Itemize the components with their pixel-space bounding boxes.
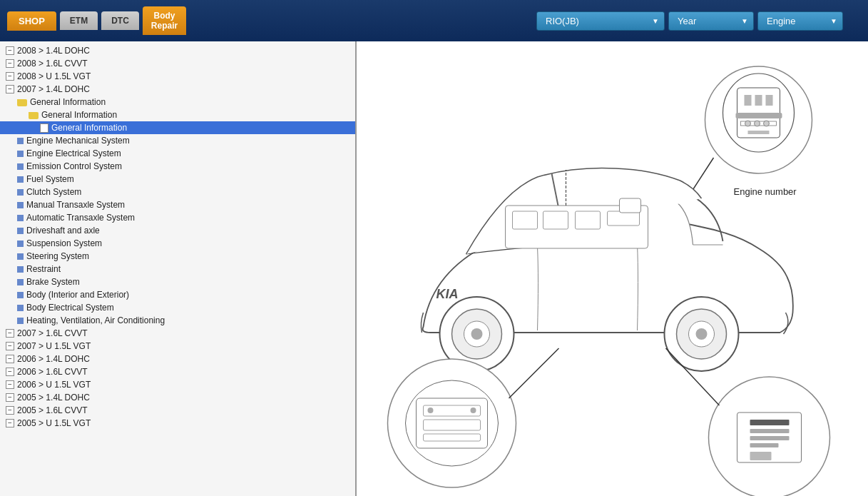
tree-item[interactable]: Manual Transaxle System: [0, 198, 355, 211]
tree-item[interactable]: Restraint: [0, 263, 355, 275]
tree-item-label: 2006 > U 1.5L VGT: [17, 380, 91, 390]
collapse-icon[interactable]: −: [6, 380, 14, 389]
tree-item-label: 2008 > 1.6L CVVT: [17, 59, 88, 69]
tree-item[interactable]: Heating, Ventilation, Air Conditioning: [0, 314, 355, 327]
tree-item-label: 2008 > 1.4L DOHC: [17, 46, 90, 56]
tree-item[interactable]: −2005 > U 1.5L VGT: [0, 417, 355, 430]
svg-point-11: [764, 121, 770, 126]
tree-item[interactable]: Brake System: [0, 275, 355, 288]
engine-number-label: Engine number: [734, 186, 797, 197]
collapse-icon[interactable]: −: [6, 72, 14, 81]
tree-item-label: Body (Interior and Exterior): [26, 290, 129, 300]
year-dropdown[interactable]: Year: [668, 11, 754, 31]
tree-item-label: 2007 > 1.4L DOHC: [17, 84, 90, 94]
item-icon: [17, 215, 24, 221]
left-panel[interactable]: −2008 > 1.4L DOHC−2008 > 1.6L CVVT−2008 …: [0, 41, 357, 496]
svg-rect-31: [620, 198, 641, 213]
tree-item[interactable]: General Information: [0, 96, 355, 108]
svg-rect-6: [766, 95, 773, 106]
svg-point-10: [755, 121, 760, 126]
svg-rect-28: [543, 211, 568, 229]
svg-point-9: [745, 121, 751, 126]
tree-item-label: General Information: [51, 123, 127, 133]
item-icon: [17, 163, 24, 170]
engine-dropdown[interactable]: Engine: [757, 11, 843, 31]
tab-shop[interactable]: SHOP: [7, 11, 56, 31]
item-icon: [17, 176, 24, 183]
tree-item[interactable]: Emission Control System: [0, 160, 355, 173]
main-container: −2008 > 1.4L DOHC−2008 > 1.6L CVVT−2008 …: [0, 41, 868, 496]
model-dropdown[interactable]: RIO(JB): [536, 11, 665, 31]
svg-point-23: [696, 328, 708, 340]
tree-item-label: Automatic Transaxle System: [26, 213, 135, 223]
tree-item[interactable]: Suspension System: [0, 237, 355, 250]
tab-etm[interactable]: ETM: [60, 11, 98, 30]
svg-rect-48: [750, 452, 772, 460]
tree-item[interactable]: −2008 > 1.6L CVVT: [0, 57, 355, 70]
tree-item[interactable]: Automatic Transaxle System: [0, 211, 355, 224]
tree-item-label: Suspension System: [26, 238, 102, 248]
tree-item[interactable]: −2008 > 1.4L DOHC: [0, 44, 355, 57]
tree-item[interactable]: −2007 > 1.4L DOHC: [0, 83, 355, 96]
tree-item[interactable]: −2006 > 1.6L CVVT: [0, 365, 355, 378]
tree-item-label: 2006 > 1.6L CVVT: [17, 367, 88, 377]
svg-rect-5: [755, 95, 762, 106]
car-diagram: Engine number: [357, 41, 868, 496]
item-icon: [17, 241, 24, 247]
tree-item-label: Fuel System: [26, 174, 74, 184]
tree-item[interactable]: Body Electrical System: [0, 301, 355, 314]
svg-rect-47: [750, 443, 779, 447]
tree-item-label: General Information: [41, 110, 117, 120]
collapse-icon[interactable]: −: [6, 419, 14, 427]
tree-item[interactable]: Fuel System: [0, 173, 355, 186]
svg-text:KIA: KIA: [436, 287, 459, 301]
svg-point-1: [705, 66, 812, 173]
collapse-icon[interactable]: −: [6, 368, 14, 376]
tab-dtc[interactable]: DTC: [101, 11, 139, 30]
tree-item-label: Emission Control System: [26, 161, 122, 171]
tree-item[interactable]: Steering System: [0, 250, 355, 263]
collapse-icon[interactable]: −: [6, 329, 14, 338]
folder-icon: [17, 99, 27, 106]
collapse-icon[interactable]: −: [6, 59, 14, 68]
collapse-icon[interactable]: −: [6, 46, 14, 55]
tree-item[interactable]: −2005 > 1.6L CVVT: [0, 404, 355, 417]
svg-point-40: [471, 408, 476, 413]
doc-icon: [40, 123, 48, 133]
tree-item[interactable]: −2008 > U 1.5L VGT: [0, 70, 355, 83]
svg-rect-35: [417, 398, 488, 448]
item-icon: [17, 253, 24, 260]
collapse-icon[interactable]: −: [6, 406, 14, 415]
collapse-icon[interactable]: −: [6, 355, 14, 363]
collapse-icon[interactable]: −: [6, 85, 14, 93]
svg-rect-30: [608, 211, 640, 226]
svg-rect-12: [748, 131, 770, 134]
header: SHOP ETM DTC Body Repair RIO(JB) Year En…: [0, 0, 868, 41]
svg-rect-44: [750, 420, 790, 425]
tree-item[interactable]: Driveshaft and axle: [0, 224, 355, 237]
tree-item[interactable]: General Information: [0, 108, 355, 121]
tree-item[interactable]: General Information: [0, 121, 355, 134]
tree-item-label: 2005 > U 1.5L VGT: [17, 418, 91, 428]
tab-body-repair[interactable]: Body Repair: [143, 6, 186, 36]
collapse-icon[interactable]: −: [6, 393, 14, 402]
item-icon: [17, 202, 24, 208]
tree-item[interactable]: −2006 > U 1.5L VGT: [0, 378, 355, 391]
item-icon: [17, 266, 24, 273]
tree-item[interactable]: Body (Interior and Exterior): [0, 288, 355, 301]
tree-item-label: 2006 > 1.4L DOHC: [17, 354, 90, 364]
tree-item[interactable]: Engine Electrical System: [0, 147, 355, 160]
tree-item[interactable]: −2007 > U 1.5L VGT: [0, 340, 355, 353]
svg-point-39: [428, 408, 434, 413]
svg-rect-27: [513, 211, 538, 229]
tree-item[interactable]: −2006 > 1.4L DOHC: [0, 353, 355, 365]
item-icon: [17, 138, 24, 144]
collapse-icon[interactable]: −: [6, 342, 14, 350]
tree-item[interactable]: Engine Mechanical System: [0, 134, 355, 147]
tree-item[interactable]: −2005 > 1.4L DOHC: [0, 391, 355, 404]
tree-item[interactable]: −2007 > 1.6L CVVT: [0, 327, 355, 340]
tree-item-label: 2008 > U 1.5L VGT: [17, 71, 91, 81]
tree-item-label: 2005 > 1.4L DOHC: [17, 393, 90, 403]
tree-item[interactable]: Clutch System: [0, 186, 355, 198]
item-icon: [17, 228, 24, 234]
